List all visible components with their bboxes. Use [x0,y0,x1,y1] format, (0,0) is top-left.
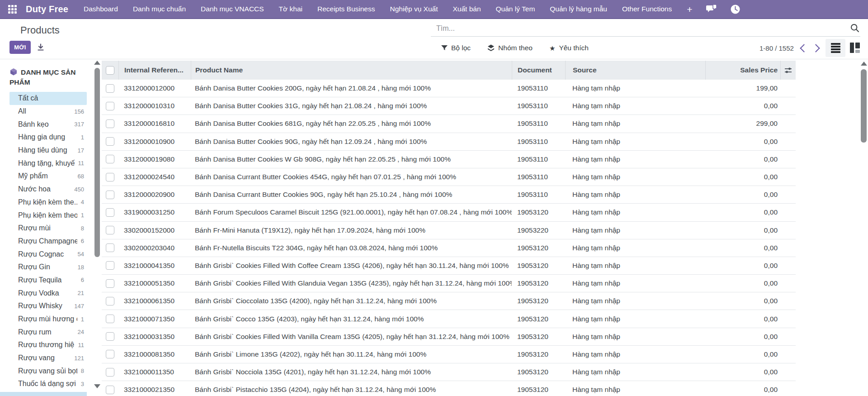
category-item[interactable]: Tất cả [9,92,87,105]
nav-item[interactable]: Danh mục VNACCS [201,5,264,13]
kanban-view-button[interactable] [850,43,860,53]
header-internal-reference[interactable]: Internal Referen... [118,61,191,80]
header-source[interactable]: Source [565,61,705,80]
row-checkbox[interactable] [106,155,114,163]
category-item[interactable]: Mỹ phẩm68 [9,170,87,183]
row-checkbox[interactable] [106,84,114,93]
sidebar-scroll-down-icon[interactable] [94,384,100,388]
table-row[interactable]: 3312000020900Bánh Danisa Currant Butter … [102,186,796,204]
table-row[interactable]: 3312000024540Bánh Danisa Currant Butter … [102,168,796,186]
group-by-button[interactable]: Nhóm theo [487,44,533,52]
header-sales-price[interactable]: Sales Price [705,61,780,80]
table-row[interactable]: 3321000071350Bánh Grisbi` Cocco 135G (42… [102,310,796,328]
row-checkbox[interactable] [106,102,114,110]
nav-item[interactable]: Danh mục chuẩn [133,5,186,13]
content-scroll-up-icon[interactable] [861,62,867,66]
header-document[interactable]: Document [512,61,565,80]
pager-previous-icon[interactable] [800,44,808,52]
table-row[interactable]: 3321000061350Bánh Grisbi` Cioccolato 135… [102,292,796,310]
row-checkbox[interactable] [106,226,114,234]
download-icon[interactable] [37,43,45,53]
category-item[interactable]: Hàng tặng, khuyế...11 [9,157,87,170]
row-checkbox[interactable] [106,243,114,252]
nav-plus-icon[interactable]: + [687,5,692,14]
table-row[interactable]: 3321000011350Bánh Grisbi` Nocciola 135G … [102,363,796,381]
table-row[interactable]: 3302000152000Bánh Fr-Mini Hanuta (T19X12… [102,222,796,239]
category-item[interactable]: Rượu thương hiệ...11 [9,339,87,352]
header-product-name[interactable]: Product Name [191,61,512,80]
messages-icon[interactable] [706,4,717,14]
category-item[interactable]: Thuốc lá dạng sợi3 [9,377,87,391]
table-row[interactable]: 3312000016810Bánh Danisa Butter Cookies … [102,115,796,133]
table-row[interactable]: 3312000010310Bánh Danisa Butter Cookies … [102,97,796,115]
nav-item[interactable]: Xuất bán [453,5,481,13]
row-checkbox[interactable] [106,208,114,217]
row-checkbox[interactable] [106,261,114,270]
row-checkbox[interactable] [106,119,114,128]
search-icon[interactable] [850,24,859,34]
row-checkbox[interactable] [106,368,114,377]
category-item[interactable]: Rượu rum24 [9,325,87,339]
nav-item[interactable]: Dashboard [84,5,118,13]
nav-item[interactable]: Other Functions [622,5,672,13]
row-checkbox[interactable] [106,297,114,305]
row-checkbox[interactable] [106,279,114,288]
row-checkbox[interactable] [106,173,114,181]
category-item[interactable]: All156 [9,105,87,118]
category-item[interactable]: Bánh kẹo317 [9,118,87,131]
nav-item[interactable]: Quản lý Tem [496,5,535,13]
category-item[interactable]: Rượu vang121 [9,352,87,365]
table-row[interactable]: 3302000203040Bánh Fr-Nutella Biscuits T2… [102,239,796,257]
row-checkbox[interactable] [106,191,114,199]
table-row[interactable]: 3321000041350Bánh Grisbi` Cookies Filled… [102,257,796,275]
pager-next-icon[interactable] [811,44,820,52]
favorites-button[interactable]: ★ Yêu thích [549,44,589,52]
nav-item[interactable]: Tờ khai [279,5,302,13]
category-item[interactable]: Rượu mùi hương c...1 [9,313,87,326]
nav-item[interactable]: Nghiệp vụ Xuất [390,5,438,13]
sidebar-scroll-up-icon[interactable] [94,61,100,65]
select-all-checkbox[interactable] [106,66,114,75]
table-row[interactable]: 3321000031350Bánh Grisbi` Cookies Filled… [102,328,796,346]
table-row[interactable]: 3321000081350Bánh Grisbi` Limone 135G (4… [102,346,796,363]
table-row[interactable]: 3312000012000Bánh Danisa Butter Cookies … [102,80,796,97]
search-input[interactable] [431,21,834,33]
row-checkbox[interactable] [106,332,114,341]
category-item[interactable]: Rượu Whisky147 [9,300,87,313]
category-item[interactable]: Rượu Tequila6 [9,274,87,287]
cell-sales-price: 0,00 [705,97,780,115]
sidebar-scrollbar[interactable] [94,68,100,257]
app-title[interactable]: Duty Free [26,4,68,14]
category-item[interactable]: Rượu vang sủi bọt...8 [9,364,87,377]
table-row[interactable]: 3321000021350Bánh Grisbi` Pistacchio 135… [102,381,796,396]
table-row[interactable]: 3321000051350Bánh Grisbi` Cookies Filled… [102,275,796,292]
row-checkbox[interactable] [106,315,114,323]
table-row[interactable]: 3312000010900Bánh Danisa Butter Cookies … [102,133,796,151]
table-row[interactable]: 3312000019080Bánh Danisa Butter Cookies … [102,151,796,168]
category-item[interactable]: Hàng gia dụng1 [9,131,87,144]
row-checkbox[interactable] [106,137,114,146]
new-button[interactable]: MỚI [9,41,31,54]
category-item[interactable]: Rượu mùi8 [9,222,87,235]
nav-item[interactable]: Receipts Business [317,5,375,13]
sidebar-horizontal-scrollbar[interactable] [0,392,87,396]
category-item[interactable]: Hàng tiêu dùng17 [9,144,87,157]
category-item[interactable]: Rượu Cognac54 [9,248,87,261]
filters-button[interactable]: Bộ lọc [441,44,471,52]
category-item[interactable]: Rượu Champagne6 [9,235,87,248]
row-checkbox[interactable] [106,350,114,358]
list-view-button[interactable] [826,39,845,57]
content-scrollbar[interactable] [861,69,867,143]
category-item[interactable]: Rượu Gin18 [9,261,87,274]
activities-clock-icon[interactable] [731,5,740,14]
adjust-columns-icon[interactable] [784,67,792,74]
apps-menu-icon[interactable] [8,5,17,14]
nav-item[interactable]: Quản lý hàng mẫu [550,5,607,13]
category-item[interactable]: Nước hoa450 [9,183,87,196]
cell-internal-reference: 3312000024540 [118,168,191,186]
category-item[interactable]: Rượu Vodka21 [9,286,87,300]
category-item[interactable]: Phụ kiện kèm theo...1 [9,209,87,222]
category-item[interactable]: Phụ kiện kèm the...4 [9,196,87,209]
table-row[interactable]: 3319000031250Bánh Forum Speculoos Carame… [102,204,796,221]
row-checkbox[interactable] [106,386,114,394]
